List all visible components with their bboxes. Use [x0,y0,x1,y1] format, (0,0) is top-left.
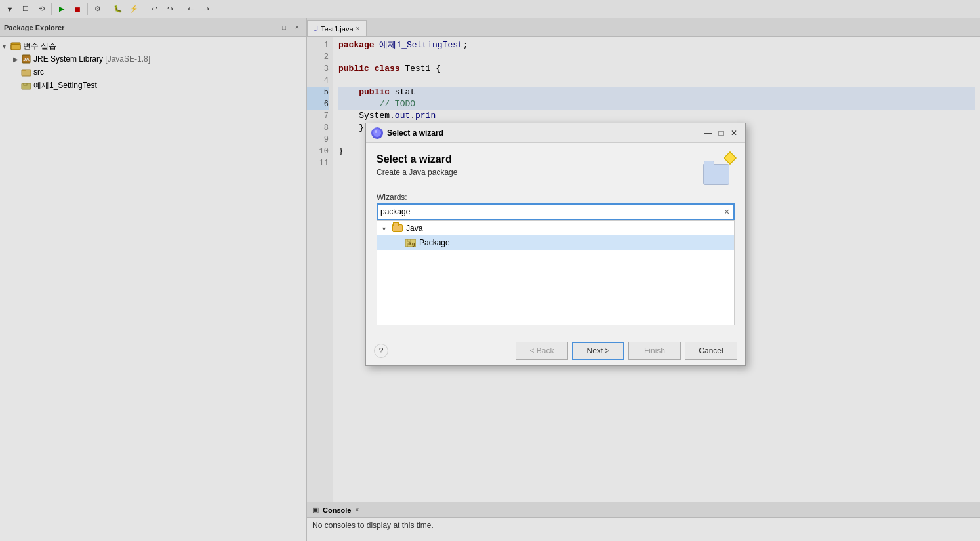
dialog-minimize-btn[interactable]: — [702,127,714,139]
dialog-close-btn[interactable]: ✕ [728,127,740,139]
dialog-overlay: Select a wizard — □ ✕ Select a wizard Cr… [0,0,980,541]
wizard-tree-package[interactable]: pkg Package [377,235,734,250]
dialog-footer: ? < Back Next > Finish Cancel [366,336,745,365]
dialog-header-row: Select a wizard Create a Java package [377,153,735,185]
next-button[interactable]: Next > [572,342,624,360]
back-button[interactable]: < Back [516,342,568,360]
dialog-header-text: Select a wizard Create a Java package [377,153,457,177]
help-button[interactable]: ? [374,344,388,358]
dialog-wizard-icon [703,153,735,185]
java-tree-arrow: ▾ [382,225,392,232]
dialog-heading: Select a wizard [377,153,457,165]
svg-point-9 [373,129,381,137]
dialog-title-icon [371,127,383,139]
dialog-body: Select a wizard Create a Java package Wi… [366,143,745,336]
wizard-folder-icon [703,164,729,185]
wizards-section: Wizards: × ▾ Java [377,193,735,325]
wizards-label: Wizards: [377,193,735,202]
search-row: × [377,203,735,220]
select-wizard-dialog: Select a wizard — □ ✕ Select a wizard Cr… [365,123,746,366]
svg-point-10 [375,130,377,133]
wizard-tree-container: ▾ Java pkg [377,220,735,325]
svg-text:pkg: pkg [407,241,415,247]
dialog-title-text: Select a wizard [387,129,701,138]
dialog-subheading: Create a Java package [377,168,457,177]
java-tree-label: Java [406,224,422,233]
wizard-tree-java[interactable]: ▾ Java [377,221,734,235]
dialog-titlebar: Select a wizard — □ ✕ [366,123,745,143]
cancel-button[interactable]: Cancel [685,342,737,360]
package-tree-icon: pkg [405,237,417,249]
package-tree-label: Package [419,238,450,247]
java-folder-icon [392,222,403,234]
dialog-maximize-btn[interactable]: □ [715,127,727,139]
footer-left: ? [374,344,388,358]
finish-button[interactable]: Finish [628,342,681,360]
search-input[interactable] [378,207,720,216]
footer-right: < Back Next > Finish Cancel [516,342,737,360]
wizard-diamond-icon [724,151,737,165]
search-clear-btn[interactable]: × [720,205,733,218]
